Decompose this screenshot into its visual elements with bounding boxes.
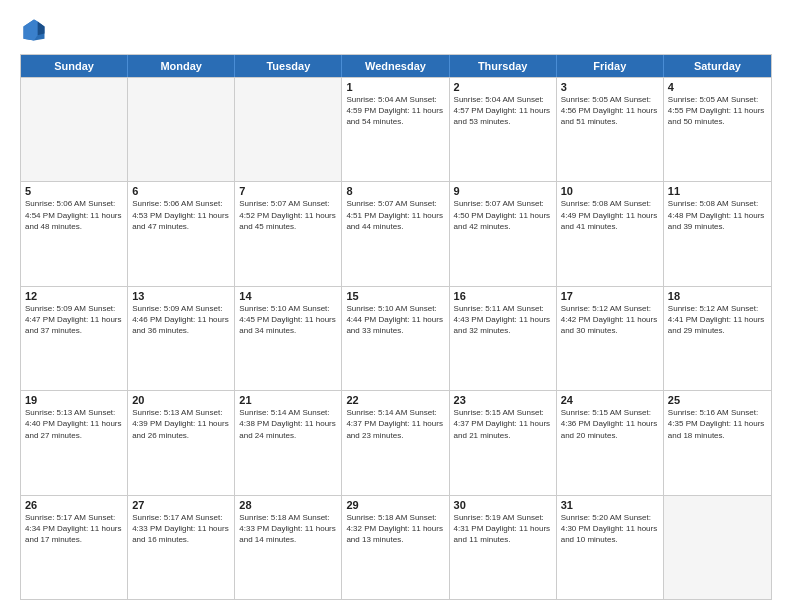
cell-info: Sunrise: 5:08 AM Sunset: 4:49 PM Dayligh… bbox=[561, 198, 659, 232]
cal-cell: 27Sunrise: 5:17 AM Sunset: 4:33 PM Dayli… bbox=[128, 496, 235, 599]
cell-info: Sunrise: 5:07 AM Sunset: 4:52 PM Dayligh… bbox=[239, 198, 337, 232]
cal-cell: 9Sunrise: 5:07 AM Sunset: 4:50 PM Daylig… bbox=[450, 182, 557, 285]
cell-info: Sunrise: 5:06 AM Sunset: 4:54 PM Dayligh… bbox=[25, 198, 123, 232]
day-number: 22 bbox=[346, 394, 444, 406]
cal-cell: 22Sunrise: 5:14 AM Sunset: 4:37 PM Dayli… bbox=[342, 391, 449, 494]
day-number: 26 bbox=[25, 499, 123, 511]
svg-marker-1 bbox=[38, 21, 45, 35]
calendar-body: 1Sunrise: 5:04 AM Sunset: 4:59 PM Daylig… bbox=[21, 77, 771, 599]
day-number: 16 bbox=[454, 290, 552, 302]
header bbox=[20, 16, 772, 44]
cal-cell: 2Sunrise: 5:04 AM Sunset: 4:57 PM Daylig… bbox=[450, 78, 557, 181]
day-number: 20 bbox=[132, 394, 230, 406]
cell-info: Sunrise: 5:18 AM Sunset: 4:33 PM Dayligh… bbox=[239, 512, 337, 546]
day-number: 8 bbox=[346, 185, 444, 197]
cell-info: Sunrise: 5:10 AM Sunset: 4:44 PM Dayligh… bbox=[346, 303, 444, 337]
cal-cell bbox=[128, 78, 235, 181]
calendar: SundayMondayTuesdayWednesdayThursdayFrid… bbox=[20, 54, 772, 600]
day-number: 23 bbox=[454, 394, 552, 406]
cell-info: Sunrise: 5:10 AM Sunset: 4:45 PM Dayligh… bbox=[239, 303, 337, 337]
cal-cell bbox=[664, 496, 771, 599]
cell-info: Sunrise: 5:17 AM Sunset: 4:33 PM Dayligh… bbox=[132, 512, 230, 546]
cal-cell: 28Sunrise: 5:18 AM Sunset: 4:33 PM Dayli… bbox=[235, 496, 342, 599]
cal-cell: 18Sunrise: 5:12 AM Sunset: 4:41 PM Dayli… bbox=[664, 287, 771, 390]
cal-cell: 15Sunrise: 5:10 AM Sunset: 4:44 PM Dayli… bbox=[342, 287, 449, 390]
cal-cell: 26Sunrise: 5:17 AM Sunset: 4:34 PM Dayli… bbox=[21, 496, 128, 599]
day-number: 7 bbox=[239, 185, 337, 197]
cell-info: Sunrise: 5:13 AM Sunset: 4:40 PM Dayligh… bbox=[25, 407, 123, 441]
weekday-header-monday: Monday bbox=[128, 55, 235, 77]
day-number: 19 bbox=[25, 394, 123, 406]
cell-info: Sunrise: 5:17 AM Sunset: 4:34 PM Dayligh… bbox=[25, 512, 123, 546]
cal-cell: 24Sunrise: 5:15 AM Sunset: 4:36 PM Dayli… bbox=[557, 391, 664, 494]
cal-cell: 29Sunrise: 5:18 AM Sunset: 4:32 PM Dayli… bbox=[342, 496, 449, 599]
cell-info: Sunrise: 5:07 AM Sunset: 4:50 PM Dayligh… bbox=[454, 198, 552, 232]
cell-info: Sunrise: 5:05 AM Sunset: 4:55 PM Dayligh… bbox=[668, 94, 767, 128]
cal-cell: 5Sunrise: 5:06 AM Sunset: 4:54 PM Daylig… bbox=[21, 182, 128, 285]
cell-info: Sunrise: 5:04 AM Sunset: 4:57 PM Dayligh… bbox=[454, 94, 552, 128]
day-number: 31 bbox=[561, 499, 659, 511]
logo-icon bbox=[20, 16, 48, 44]
day-number: 11 bbox=[668, 185, 767, 197]
day-number: 21 bbox=[239, 394, 337, 406]
day-number: 27 bbox=[132, 499, 230, 511]
cell-info: Sunrise: 5:19 AM Sunset: 4:31 PM Dayligh… bbox=[454, 512, 552, 546]
cell-info: Sunrise: 5:06 AM Sunset: 4:53 PM Dayligh… bbox=[132, 198, 230, 232]
calendar-row-2: 5Sunrise: 5:06 AM Sunset: 4:54 PM Daylig… bbox=[21, 181, 771, 285]
cell-info: Sunrise: 5:09 AM Sunset: 4:47 PM Dayligh… bbox=[25, 303, 123, 337]
cal-cell: 31Sunrise: 5:20 AM Sunset: 4:30 PM Dayli… bbox=[557, 496, 664, 599]
cal-cell: 23Sunrise: 5:15 AM Sunset: 4:37 PM Dayli… bbox=[450, 391, 557, 494]
cal-cell bbox=[235, 78, 342, 181]
day-number: 25 bbox=[668, 394, 767, 406]
cal-cell bbox=[21, 78, 128, 181]
day-number: 28 bbox=[239, 499, 337, 511]
weekday-header-friday: Friday bbox=[557, 55, 664, 77]
cell-info: Sunrise: 5:08 AM Sunset: 4:48 PM Dayligh… bbox=[668, 198, 767, 232]
day-number: 17 bbox=[561, 290, 659, 302]
cal-cell: 7Sunrise: 5:07 AM Sunset: 4:52 PM Daylig… bbox=[235, 182, 342, 285]
calendar-row-4: 19Sunrise: 5:13 AM Sunset: 4:40 PM Dayli… bbox=[21, 390, 771, 494]
cell-info: Sunrise: 5:09 AM Sunset: 4:46 PM Dayligh… bbox=[132, 303, 230, 337]
calendar-row-5: 26Sunrise: 5:17 AM Sunset: 4:34 PM Dayli… bbox=[21, 495, 771, 599]
cell-info: Sunrise: 5:18 AM Sunset: 4:32 PM Dayligh… bbox=[346, 512, 444, 546]
cal-cell: 1Sunrise: 5:04 AM Sunset: 4:59 PM Daylig… bbox=[342, 78, 449, 181]
cal-cell: 6Sunrise: 5:06 AM Sunset: 4:53 PM Daylig… bbox=[128, 182, 235, 285]
cell-info: Sunrise: 5:07 AM Sunset: 4:51 PM Dayligh… bbox=[346, 198, 444, 232]
cal-cell: 17Sunrise: 5:12 AM Sunset: 4:42 PM Dayli… bbox=[557, 287, 664, 390]
cell-info: Sunrise: 5:13 AM Sunset: 4:39 PM Dayligh… bbox=[132, 407, 230, 441]
cal-cell: 30Sunrise: 5:19 AM Sunset: 4:31 PM Dayli… bbox=[450, 496, 557, 599]
day-number: 6 bbox=[132, 185, 230, 197]
cal-cell: 19Sunrise: 5:13 AM Sunset: 4:40 PM Dayli… bbox=[21, 391, 128, 494]
day-number: 13 bbox=[132, 290, 230, 302]
day-number: 30 bbox=[454, 499, 552, 511]
cell-info: Sunrise: 5:20 AM Sunset: 4:30 PM Dayligh… bbox=[561, 512, 659, 546]
cell-info: Sunrise: 5:15 AM Sunset: 4:36 PM Dayligh… bbox=[561, 407, 659, 441]
weekday-header-tuesday: Tuesday bbox=[235, 55, 342, 77]
weekday-header-sunday: Sunday bbox=[21, 55, 128, 77]
svg-marker-2 bbox=[24, 20, 38, 41]
day-number: 4 bbox=[668, 81, 767, 93]
cell-info: Sunrise: 5:05 AM Sunset: 4:56 PM Dayligh… bbox=[561, 94, 659, 128]
day-number: 3 bbox=[561, 81, 659, 93]
cell-info: Sunrise: 5:14 AM Sunset: 4:37 PM Dayligh… bbox=[346, 407, 444, 441]
cell-info: Sunrise: 5:12 AM Sunset: 4:42 PM Dayligh… bbox=[561, 303, 659, 337]
day-number: 12 bbox=[25, 290, 123, 302]
day-number: 15 bbox=[346, 290, 444, 302]
cal-cell: 3Sunrise: 5:05 AM Sunset: 4:56 PM Daylig… bbox=[557, 78, 664, 181]
cal-cell: 11Sunrise: 5:08 AM Sunset: 4:48 PM Dayli… bbox=[664, 182, 771, 285]
cal-cell: 12Sunrise: 5:09 AM Sunset: 4:47 PM Dayli… bbox=[21, 287, 128, 390]
cal-cell: 25Sunrise: 5:16 AM Sunset: 4:35 PM Dayli… bbox=[664, 391, 771, 494]
cal-cell: 4Sunrise: 5:05 AM Sunset: 4:55 PM Daylig… bbox=[664, 78, 771, 181]
cal-cell: 21Sunrise: 5:14 AM Sunset: 4:38 PM Dayli… bbox=[235, 391, 342, 494]
cal-cell: 13Sunrise: 5:09 AM Sunset: 4:46 PM Dayli… bbox=[128, 287, 235, 390]
calendar-row-3: 12Sunrise: 5:09 AM Sunset: 4:47 PM Dayli… bbox=[21, 286, 771, 390]
cal-cell: 16Sunrise: 5:11 AM Sunset: 4:43 PM Dayli… bbox=[450, 287, 557, 390]
cal-cell: 10Sunrise: 5:08 AM Sunset: 4:49 PM Dayli… bbox=[557, 182, 664, 285]
weekday-header-saturday: Saturday bbox=[664, 55, 771, 77]
cell-info: Sunrise: 5:16 AM Sunset: 4:35 PM Dayligh… bbox=[668, 407, 767, 441]
calendar-row-1: 1Sunrise: 5:04 AM Sunset: 4:59 PM Daylig… bbox=[21, 77, 771, 181]
logo bbox=[20, 16, 52, 44]
day-number: 1 bbox=[346, 81, 444, 93]
page: SundayMondayTuesdayWednesdayThursdayFrid… bbox=[0, 0, 792, 612]
cal-cell: 8Sunrise: 5:07 AM Sunset: 4:51 PM Daylig… bbox=[342, 182, 449, 285]
